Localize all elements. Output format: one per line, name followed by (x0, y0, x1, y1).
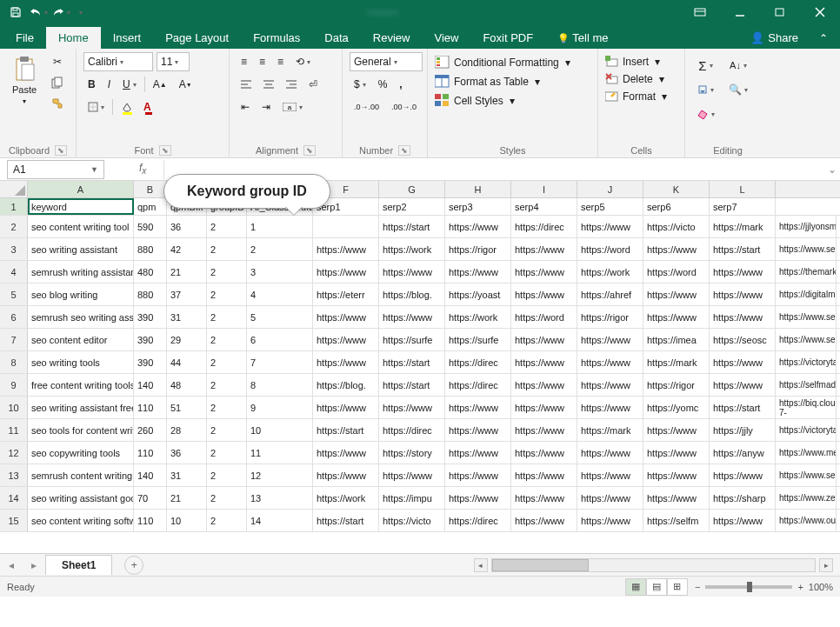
align-top-icon[interactable]: ≡ (237, 52, 251, 71)
clear-icon[interactable] (692, 104, 719, 123)
cell[interactable]: 48 (167, 374, 207, 396)
ribbon-collapse-icon[interactable]: ⌃ (810, 28, 837, 49)
col-header-B[interactable]: B (134, 181, 167, 197)
tab-tellme[interactable]: Tell me (545, 27, 620, 49)
cell[interactable]: 9 (247, 397, 313, 418)
cell[interactable]: https://www (577, 487, 643, 509)
cell[interactable]: seo writing assistant google (28, 487, 134, 509)
row-header[interactable]: 4 (0, 261, 28, 283)
redo-icon[interactable] (50, 2, 71, 23)
row-header[interactable]: 3 (0, 238, 28, 260)
alignment-launcher-icon[interactable]: ⬊ (303, 145, 316, 156)
cell[interactable]: https://www.mediatraining.lt (776, 442, 837, 464)
sheet-nav-prev-icon[interactable]: ▸ (23, 559, 45, 571)
cell[interactable]: https://www (511, 397, 577, 418)
cell[interactable]: https://www (643, 442, 710, 464)
cell[interactable]: semrush seo writing assista (28, 306, 134, 328)
row-header[interactable]: 15 (0, 510, 28, 531)
cell[interactable]: https://www (577, 329, 643, 350)
increase-indent-icon[interactable]: ⇥ (257, 97, 275, 117)
cell[interactable]: https://rigor (643, 374, 710, 396)
cell[interactable]: https://rigor (577, 306, 643, 328)
cell[interactable]: 480 (134, 261, 167, 283)
cell[interactable]: https://www (643, 238, 710, 260)
align-left-icon[interactable] (237, 75, 256, 94)
qat-customize-icon[interactable] (73, 2, 85, 23)
wrap-text-icon[interactable]: ⏎ (304, 75, 322, 94)
cell[interactable]: 12 (247, 464, 313, 486)
bold-button[interactable]: B (83, 75, 100, 94)
cell[interactable]: 13 (247, 487, 313, 509)
tab-view[interactable]: View (422, 27, 470, 49)
cell[interactable]: https://jjly (710, 419, 776, 441)
col-header-L[interactable]: L (710, 181, 776, 197)
cell[interactable]: https://selfmademillennials.co (776, 374, 837, 396)
row-header[interactable]: 11 (0, 419, 28, 441)
zoom-in-icon[interactable]: + (797, 582, 803, 592)
row-header[interactable]: 10 (0, 397, 28, 418)
cell[interactable]: 260 (134, 419, 167, 441)
cell[interactable]: https://victo (379, 510, 445, 531)
cell[interactable]: https://jjlyonsmarketing.com (776, 216, 837, 237)
cell[interactable]: https://victorytale.com/best- (776, 351, 837, 373)
cell[interactable]: 36 (167, 442, 207, 464)
col-header-I[interactable]: I (511, 181, 577, 197)
cell[interactable]: https://imea (643, 329, 710, 350)
cell[interactable]: 140 (134, 464, 167, 486)
horizontal-scrollbar[interactable] (491, 558, 816, 572)
cell[interactable]: https://www (577, 442, 643, 464)
cell[interactable]: https://www (511, 351, 577, 373)
paste-button[interactable]: Paste ▾ (7, 52, 42, 108)
cell[interactable]: https://www (511, 329, 577, 350)
insert-cells-button[interactable]: Insert ▾ (605, 56, 667, 68)
merge-center-icon[interactable]: a (278, 97, 307, 117)
cell[interactable]: 21 (167, 261, 207, 283)
cell[interactable]: https://anyw (710, 442, 776, 464)
cell[interactable]: https://www (710, 306, 776, 328)
cell[interactable]: seo blog writing (28, 283, 134, 305)
cell[interactable]: serp4 (511, 198, 577, 215)
cell[interactable]: https://mark (643, 351, 710, 373)
cell[interactable]: https://word (643, 261, 710, 283)
cell[interactable]: https://victorytale.com/best- (776, 419, 837, 441)
autosum-icon[interactable]: Σ (692, 56, 719, 75)
normal-view-icon[interactable]: ▦ (625, 578, 646, 596)
cell[interactable]: https://www.semrush.com/sw (776, 306, 837, 328)
cell[interactable]: https://www (445, 216, 511, 237)
cell[interactable]: https://sharp (710, 487, 776, 509)
cell[interactable]: 2 (207, 419, 247, 441)
cell[interactable]: https://blog. (313, 374, 379, 396)
shrink-font-icon[interactable]: A▼ (175, 75, 197, 94)
row-header[interactable]: 13 (0, 464, 28, 486)
cell[interactable]: https://www (379, 397, 445, 418)
cell[interactable]: https://www (577, 351, 643, 373)
cell[interactable]: https://www (379, 306, 445, 328)
format-painter-icon[interactable] (47, 94, 68, 113)
cell[interactable]: 14 (247, 510, 313, 531)
cell[interactable]: 2 (207, 283, 247, 305)
decrease-indent-icon[interactable]: ⇤ (237, 97, 254, 117)
cell[interactable]: 390 (134, 329, 167, 350)
cell[interactable]: https://www (313, 442, 379, 464)
select-all-corner[interactable] (0, 181, 28, 197)
row-header[interactable]: 6 (0, 306, 28, 328)
close-icon[interactable] (800, 0, 840, 24)
cell[interactable]: serp7 (710, 198, 776, 215)
cell[interactable]: https://www (511, 442, 577, 464)
cell[interactable]: https://www (511, 510, 577, 531)
cell[interactable]: https://www (511, 374, 577, 396)
align-center-icon[interactable] (259, 75, 278, 94)
cell[interactable]: https://direc (445, 351, 511, 373)
cell[interactable]: 21 (167, 487, 207, 509)
cell[interactable]: seo writing assistant free (28, 397, 134, 418)
cell[interactable]: 29 (167, 329, 207, 350)
cell[interactable]: 2 (207, 329, 247, 350)
tab-formulas[interactable]: Formulas (241, 27, 312, 49)
cell[interactable]: https://www (643, 419, 710, 441)
tab-insert[interactable]: Insert (101, 27, 154, 49)
cell[interactable]: 2 (207, 487, 247, 509)
cell[interactable]: keyword (28, 198, 134, 215)
cell[interactable]: https://mark (710, 216, 776, 237)
cell[interactable]: free content writing tools fo (28, 374, 134, 396)
cell[interactable]: https://www (710, 510, 776, 531)
